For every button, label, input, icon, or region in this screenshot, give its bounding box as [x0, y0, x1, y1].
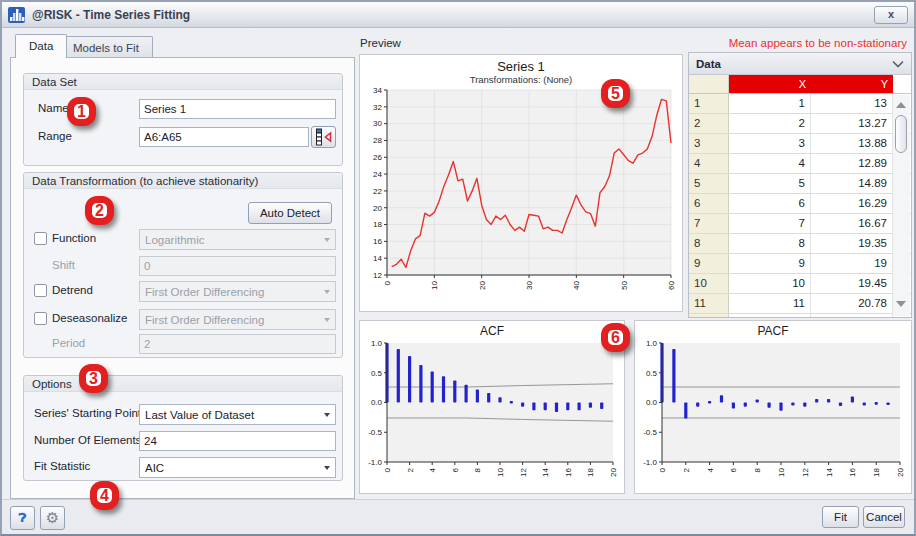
period-input[interactable]: [139, 334, 336, 354]
callout-6: 6: [601, 323, 630, 352]
svg-text:8: 8: [473, 467, 482, 472]
help-button[interactable]: ❓︎: [10, 506, 35, 530]
table-row[interactable]: 7716.67: [689, 214, 911, 234]
svg-text:50: 50: [620, 280, 629, 289]
table-row[interactable]: 6616.29: [689, 194, 911, 214]
window-title: @RISK - Time Series Fitting: [32, 8, 190, 22]
preview-label: Preview: [360, 37, 401, 49]
svg-text:18: 18: [586, 467, 595, 476]
table-row[interactable]: 9919: [689, 254, 911, 274]
svg-text:40: 40: [572, 280, 581, 289]
range-input[interactable]: [139, 127, 309, 147]
series-chart-subtitle: Transformations: (None): [360, 74, 682, 85]
chevron-down-icon[interactable]: [892, 60, 904, 68]
gear-icon: ⚙︎: [46, 509, 59, 526]
starting-point-select[interactable]: Last Value of Dataset: [139, 404, 336, 425]
svg-text:1.0: 1.0: [646, 339, 658, 348]
svg-text:34: 34: [373, 86, 382, 95]
svg-text:22: 22: [373, 187, 382, 196]
acf-title: ACF: [360, 321, 624, 338]
svg-text:12: 12: [801, 467, 810, 476]
detrend-label: Detrend: [52, 284, 93, 296]
function-checkbox[interactable]: [34, 232, 47, 245]
pacf-chart-panel: PACF -1.0-0.50.00.51.002468101214161820: [634, 320, 912, 494]
scrollbar-thumb[interactable]: [895, 115, 907, 153]
svg-text:30: 30: [373, 119, 382, 128]
svg-text:60: 60: [667, 280, 676, 289]
settings-button[interactable]: ⚙︎: [40, 506, 65, 530]
svg-text:2: 2: [682, 467, 691, 472]
series-preview-chart: Series 1 Transformations: (None) 1214161…: [359, 54, 683, 312]
options-title: Options: [24, 376, 342, 392]
table-row[interactable]: 3313.88: [689, 134, 911, 154]
svg-text:6: 6: [451, 467, 460, 472]
table-row[interactable]: 2213.27: [689, 114, 911, 134]
table-row[interactable]: 111120.78: [689, 294, 911, 314]
svg-text:10: 10: [777, 467, 786, 476]
shift-input[interactable]: [139, 256, 336, 276]
fit-button[interactable]: Fit: [822, 506, 859, 528]
scroll-down-icon[interactable]: [896, 301, 906, 307]
pacf-plot: -1.0-0.50.00.51.002468101214161820: [635, 338, 909, 488]
table-row[interactable]: 5514.89: [689, 174, 911, 194]
svg-text:2: 2: [406, 467, 415, 472]
data-transformation-group: Data Transformation (to achieve stationa…: [23, 172, 343, 358]
svg-text:16: 16: [564, 467, 573, 476]
number-of-elements-input[interactable]: [139, 431, 336, 451]
table-row[interactable]: 101019.45: [689, 274, 911, 294]
svg-text:20: 20: [896, 467, 905, 476]
svg-text:-0.5: -0.5: [643, 428, 657, 437]
data-transformation-title: Data Transformation (to achieve stationa…: [24, 173, 342, 189]
table-row[interactable]: 4412.89: [689, 154, 911, 174]
detrend-select[interactable]: First Order Differencing: [139, 281, 336, 302]
cancel-button[interactable]: Cancel: [863, 506, 905, 528]
svg-text:30: 30: [525, 280, 534, 289]
callout-5: 5: [601, 79, 630, 108]
table-row[interactable]: 1113: [689, 94, 911, 114]
acf-chart-panel: ACF -1.0-0.50.00.51.002468101214161820: [359, 320, 625, 494]
fit-statistic-select[interactable]: AIC: [139, 457, 336, 478]
svg-text:14: 14: [825, 467, 834, 476]
name-input[interactable]: [139, 99, 336, 119]
svg-text:10: 10: [430, 280, 439, 289]
svg-text:12: 12: [519, 467, 528, 476]
tab-data[interactable]: Data: [15, 34, 67, 58]
deseasonalize-select[interactable]: First Order Differencing: [139, 309, 336, 330]
tab-models-to-fit[interactable]: Models to Fit: [59, 36, 153, 58]
table-scrollbar[interactable]: [893, 95, 910, 316]
acf-plot: -1.0-0.50.00.51.002468101214161820: [360, 338, 622, 488]
pacf-title: PACF: [635, 321, 911, 338]
deseasonalize-checkbox[interactable]: [34, 312, 47, 325]
stationarity-warning: Mean appears to be non-stationary: [729, 37, 907, 49]
chevron-down-icon: [324, 466, 330, 470]
name-label: Name: [38, 102, 69, 114]
svg-text:0.5: 0.5: [371, 369, 383, 378]
fit-statistic-label: Fit Statistic: [34, 460, 90, 472]
scroll-up-icon[interactable]: [896, 102, 906, 108]
svg-text:0: 0: [383, 280, 392, 285]
svg-text:0: 0: [383, 467, 392, 472]
data-table-header[interactable]: Data: [689, 53, 911, 75]
range-picker-icon: [313, 128, 334, 146]
titlebar: @RISK - Time Series Fitting x: [2, 2, 914, 28]
auto-detect-button[interactable]: Auto Detect: [248, 202, 332, 224]
svg-text:1.0: 1.0: [371, 339, 383, 348]
detrend-checkbox[interactable]: [34, 284, 47, 297]
svg-text:20: 20: [609, 467, 618, 476]
close-button[interactable]: x: [874, 6, 908, 24]
svg-text:6: 6: [729, 467, 738, 472]
column-header-x: X: [729, 75, 811, 93]
svg-text:20: 20: [478, 280, 487, 289]
table-row[interactable]: 8819.35: [689, 234, 911, 254]
time-series-fitting-dialog: @RISK - Time Series Fitting x Data Model…: [0, 0, 916, 536]
table-row[interactable]: 121222.54: [689, 314, 911, 318]
svg-text:0.0: 0.0: [371, 398, 383, 407]
svg-text:0.5: 0.5: [646, 369, 658, 378]
help-icon: ❓︎: [19, 510, 27, 525]
data-set-title: Data Set: [24, 74, 342, 90]
range-picker-button[interactable]: [311, 126, 336, 148]
risk-app-icon: [8, 7, 26, 23]
function-select[interactable]: Logarithmic: [139, 229, 336, 250]
svg-text:4: 4: [706, 467, 715, 472]
svg-text:0.0: 0.0: [646, 398, 658, 407]
